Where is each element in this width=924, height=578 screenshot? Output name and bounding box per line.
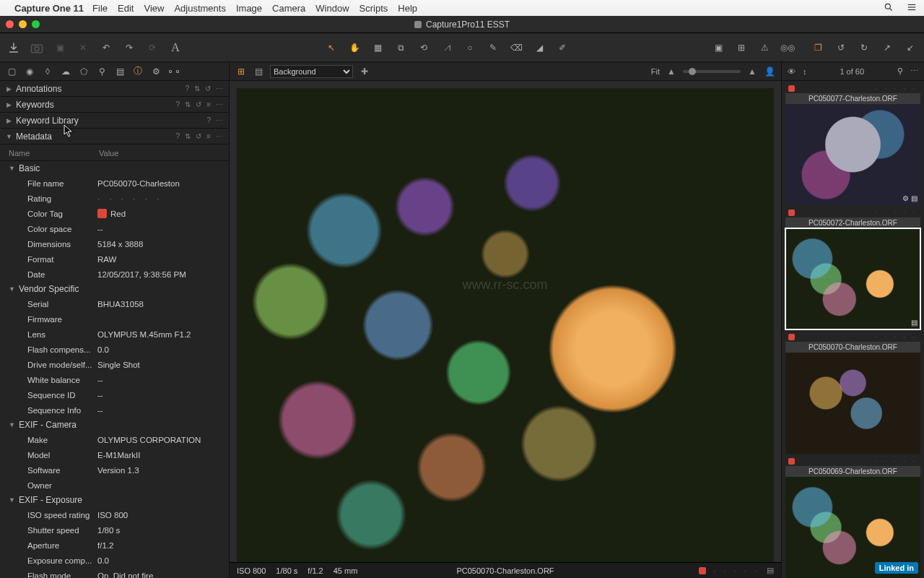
metadata-row[interactable]: Sequence Info-- <box>0 402 229 418</box>
mask-tool-icon[interactable]: ▦ <box>371 41 384 54</box>
thumb-color-tag[interactable] <box>788 85 795 92</box>
rotate-tool-icon[interactable]: ⟲ <box>417 41 430 54</box>
panel-action[interactable]: ↺ <box>196 100 201 108</box>
panel-action[interactable]: ≡ <box>206 132 211 140</box>
collapse-icon[interactable]: ↙ <box>904 41 917 54</box>
capture-icon[interactable] <box>30 41 43 54</box>
metadata-row[interactable]: SoftwareVersion 1.3 <box>0 462 229 478</box>
auto-adjust-icon[interactable]: A <box>169 41 182 54</box>
metadata-row[interactable]: MakeOLYMPUS CORPORATION <box>0 432 229 447</box>
footer-color-tag[interactable] <box>699 567 706 574</box>
rotate-right-icon[interactable]: ↻ <box>858 41 871 54</box>
minimize-button[interactable] <box>19 20 27 28</box>
batch-tab-icon[interactable]: ⚬⚬ <box>168 66 180 77</box>
redo-icon[interactable]: ↷ <box>123 41 136 54</box>
menu-list-icon[interactable] <box>907 2 917 14</box>
image-viewer[interactable]: www.rr-sc.com <box>230 81 781 562</box>
rotate-left-icon[interactable]: ↺ <box>834 41 847 54</box>
expand-icon[interactable]: ↗ <box>881 41 894 54</box>
pointer-tool-icon[interactable]: ↖ <box>325 41 338 54</box>
gear-icon[interactable]: ⚙ ▤ <box>902 194 918 202</box>
metadata-row[interactable]: Flash compens...0.0 <box>0 342 229 357</box>
metadata-row[interactable]: ModelE-M1MarkII <box>0 447 229 462</box>
footer-rating[interactable]: · · · · · <box>713 566 759 575</box>
filter-icon[interactable]: ⋯ <box>910 66 918 76</box>
metadata-row[interactable]: Firmware <box>0 311 229 327</box>
thumbnail-item[interactable]: · · · · ·PC050070-Charleston.ORF <box>782 329 924 454</box>
output-tab-icon[interactable]: ⚙ <box>150 66 162 77</box>
layers-icon[interactable]: ❐ <box>811 41 824 54</box>
details-tab-icon[interactable]: ⚲ <box>96 66 108 77</box>
user-icon[interactable]: 👤 <box>764 66 775 77</box>
metadata-row[interactable]: Color TagRed <box>0 206 229 221</box>
filmstrip-view-icon[interactable]: ▤ <box>253 66 264 77</box>
menu-adjustments[interactable]: Adjustments <box>174 3 226 14</box>
app-name[interactable]: Capture One 11 <box>14 3 84 14</box>
metadata-row[interactable]: Rating· · · · · · <box>0 191 229 206</box>
metadata-section[interactable]: ▼EXIF - Exposure <box>0 493 229 507</box>
eraser-tool-icon[interactable]: ⌫ <box>510 41 523 54</box>
panel-action[interactable]: ⇅ <box>194 85 200 92</box>
thumb-image[interactable] <box>785 353 920 454</box>
thumbnail-item[interactable]: · · · · ·PC050077-Charleston.ORF⚙ ▤ <box>782 81 924 205</box>
adjustments-tab-icon[interactable]: ▤ <box>114 66 126 77</box>
panel-action[interactable]: ⇅ <box>185 132 191 140</box>
spotlight-icon[interactable] <box>884 2 894 14</box>
metadata-row[interactable]: ISO speed ratingISO 800 <box>0 507 229 522</box>
focus-mask-icon[interactable]: ◎◎ <box>781 41 794 54</box>
gradient-tool-icon[interactable]: ◢ <box>533 41 546 54</box>
close-button[interactable] <box>6 20 14 28</box>
menu-scripts[interactable]: Scripts <box>359 3 388 14</box>
thumb-color-tag[interactable] <box>788 334 795 340</box>
undo-icon[interactable]: ↶ <box>100 41 113 54</box>
thumbnail-item[interactable]: · · · · ·PC050069-Charleston.ORF <box>782 454 924 578</box>
metadata-section[interactable]: ▼EXIF - Camera <box>0 418 229 432</box>
menu-window[interactable]: Window <box>315 3 349 14</box>
panel-action[interactable]: ? <box>185 85 189 92</box>
menu-camera[interactable]: Camera <box>272 3 305 14</box>
panel-action[interactable]: ? <box>206 116 211 124</box>
panel-action[interactable]: ⋯ <box>216 100 223 108</box>
exposure-warning-icon[interactable]: ▣ <box>712 41 725 54</box>
panel-action[interactable]: ↺ <box>205 85 211 92</box>
thumb-image[interactable]: ▤ <box>785 228 920 329</box>
metadata-row[interactable]: SerialBHUA31058 <box>0 296 229 311</box>
thumb-rating[interactable]: · · · · · <box>799 457 918 465</box>
panel-action[interactable]: ? <box>176 132 180 140</box>
metadata-row[interactable]: Aperturef/1.2 <box>0 538 229 553</box>
metadata-section[interactable]: ▼Vendor Specific <box>0 282 229 296</box>
metadata-row[interactable]: Shutter speed1/80 s <box>0 522 229 538</box>
thumb-color-tag[interactable] <box>788 458 795 465</box>
metadata-row[interactable]: Dimensions5184 x 3888 <box>0 236 229 251</box>
thumb-color-tag[interactable] <box>788 210 795 216</box>
metadata-row[interactable]: Color space-- <box>0 221 229 236</box>
zoom-out-icon[interactable]: ▲ <box>666 66 677 77</box>
color-tab-icon[interactable]: ☁ <box>60 66 71 77</box>
metadata-tab-icon[interactable]: ⓘ <box>132 66 144 77</box>
sort-icon[interactable]: ↕ <box>803 67 807 76</box>
metadata-row[interactable]: White balance-- <box>0 372 229 387</box>
grid-icon[interactable]: ⊞ <box>735 41 748 54</box>
search-icon[interactable]: ⚲ <box>897 66 903 76</box>
hand-tool-icon[interactable]: ✋ <box>348 41 361 54</box>
zoom-in-icon[interactable]: ▲ <box>746 66 758 77</box>
panel-action[interactable]: ≡ <box>206 100 211 108</box>
menu-file[interactable]: File <box>92 3 108 14</box>
menu-image[interactable]: Image <box>236 3 262 14</box>
eye-icon[interactable]: 👁 <box>788 67 796 76</box>
zoom-slider[interactable] <box>683 70 741 73</box>
spot-tool-icon[interactable]: ○ <box>463 41 476 54</box>
reset-icon[interactable]: ⟳ <box>146 41 159 54</box>
metadata-row[interactable]: Date12/05/2017, 9:38:56 PM <box>0 267 229 282</box>
exposure-tab-icon[interactable]: ⬠ <box>78 66 90 77</box>
metadata-row[interactable]: Exposure comp...0.0 <box>0 553 229 568</box>
menu-help[interactable]: Help <box>398 3 417 14</box>
variant-select[interactable]: Background <box>270 65 353 78</box>
keystone-tool-icon[interactable]: ⩘ <box>440 41 453 54</box>
metadata-row[interactable]: File namePC050070-Charleston <box>0 176 229 191</box>
thumb-image[interactable]: ⚙ ▤ <box>785 104 920 205</box>
thumb-rating[interactable]: · · · · · <box>799 333 918 340</box>
panel-action[interactable]: ⇅ <box>185 100 191 108</box>
panel-header-metadata[interactable]: ▼Metadata?⇅↺≡⋯ <box>0 129 229 144</box>
batch-icon[interactable]: ▣ <box>53 41 66 54</box>
